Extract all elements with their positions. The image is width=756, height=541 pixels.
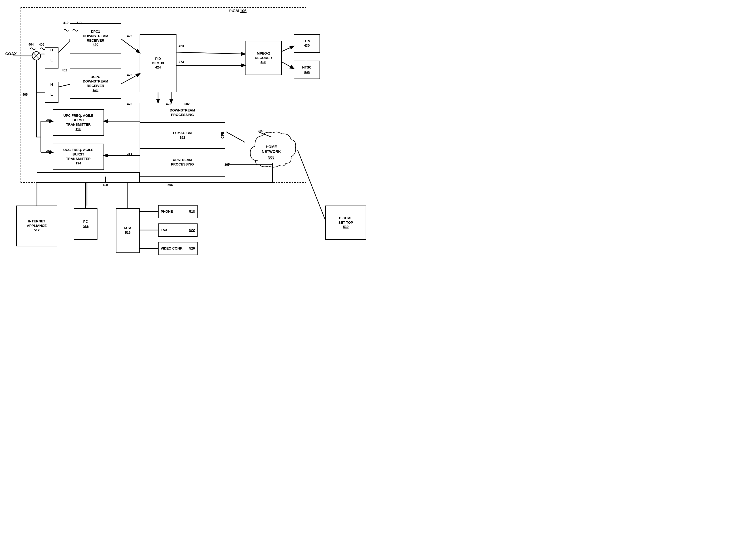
pc-box: PC 514 [74, 208, 98, 240]
svg-text:508: 508 [268, 155, 274, 160]
label-422: 422 [127, 34, 132, 38]
dpc1-box: DPC1DOWNSTREAMRECEIVER 420 [70, 23, 121, 54]
label-406: 406 [39, 43, 44, 46]
svg-text:NETWORK: NETWORK [262, 150, 281, 154]
processing-outer: DOWNSTREAMPROCESSING FSMAC-CM192 UPSTREA… [140, 103, 225, 177]
label-502: 502 [185, 102, 189, 106]
video-conf-box: VIDEO CONF.520 [158, 242, 197, 255]
svg-text:HOME: HOME [266, 145, 277, 149]
mta-box: MTA 516 [116, 208, 140, 253]
label-410: 410 [63, 21, 69, 25]
hl-upper: H L [45, 47, 59, 69]
label-423: 423 [179, 44, 184, 48]
label-412: 412 [76, 21, 82, 25]
hl-lower: H L [45, 82, 59, 103]
label-462: 462 [62, 69, 67, 72]
mpeg2-box: MPEG-2DECODER 428 [245, 41, 282, 75]
label-480: 480 [46, 119, 51, 122]
label-472: 472 [127, 73, 132, 77]
label-506: 506 [168, 183, 173, 187]
downstream-proc-label: DOWNSTREAMPROCESSING [140, 103, 225, 123]
pid-box: PIDDEMUX 424 [140, 34, 177, 92]
label-498: 498 [103, 183, 108, 187]
dtv-box: DTV 430 [294, 34, 320, 53]
label-488: 488 [127, 153, 132, 157]
label-197: 197 [224, 163, 230, 167]
ucc-box: UCC FREQ. AGILEBURSTTRANSMITTER 194 [53, 144, 104, 170]
digital-set-top-box: DIGITALSET TOP 530 [325, 206, 366, 240]
phone-box: PHONE518 [158, 205, 197, 218]
upc-box: UPC FREQ. AGILEBURSTTRANSMITTER 196 [53, 109, 104, 136]
ntsc-box: NTSC 434 [294, 61, 320, 79]
diagram: fsCM 106 COAX DPC1DOWNSTREAMRECEIVER 420… [0, 0, 378, 270]
fax-box: FAX522 [158, 224, 197, 237]
label-426: 426 [166, 102, 171, 106]
label-405: 405 [22, 93, 28, 97]
fscm-label: fsCM 106 [229, 8, 246, 13]
coax-label: COAX [5, 51, 17, 56]
label-490: 490 [46, 150, 51, 153]
label-476: 476 [127, 102, 132, 106]
label-404: 404 [28, 43, 34, 46]
dcpc-box: DCPCDOWNSTREAMRECEIVER 470 [70, 69, 121, 99]
home-network-cloud: HOME NETWORK 508 [245, 129, 298, 171]
internet-box: INTERNETAPPLIANCE 512 [16, 206, 57, 247]
fsmac-label: FSMAC-CM192 [140, 123, 225, 149]
upstream-proc-label: UPSTREAMPROCESSING [140, 149, 225, 176]
label-473: 473 [179, 60, 184, 64]
cpe-label: CPE [219, 120, 226, 150]
